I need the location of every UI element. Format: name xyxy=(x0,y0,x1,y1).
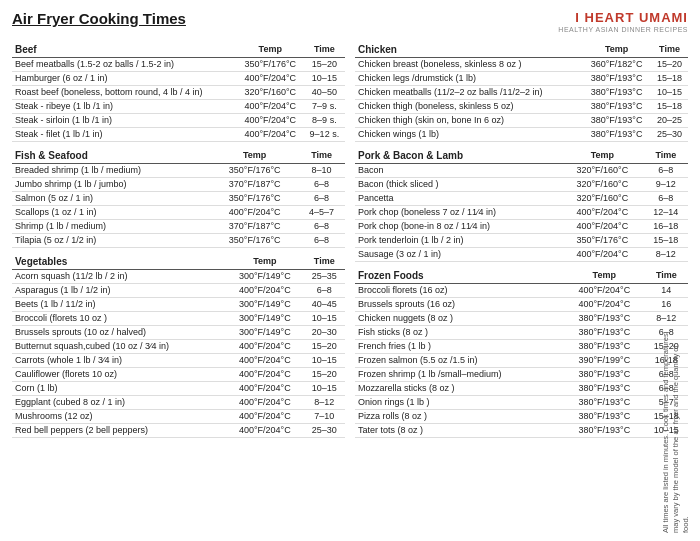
food-time: 15–20 xyxy=(303,367,345,381)
food-name: Brussels sprouts (16 oz) xyxy=(355,297,564,311)
food-name: Chicken thigh (boneless, skinless 5 oz) xyxy=(355,99,582,113)
food-temp: 320°F/160°C xyxy=(237,85,304,99)
food-time: 12–14 xyxy=(644,205,688,219)
food-temp: 400°F/204°C xyxy=(561,247,644,261)
food-name: Pork chop (boneless 7 oz / 11⁄4 in) xyxy=(355,205,561,219)
table-row: Fish sticks (8 oz )380°F/193°C6–8 xyxy=(355,325,688,339)
table-row: Butternut squash,cubed (10 oz / 3⁄4 in)4… xyxy=(12,339,345,353)
table-row: Cauliflower (florets 10 oz)400°F/204°C15… xyxy=(12,367,345,381)
veg-col-temp: Temp xyxy=(226,254,303,270)
table-row: Chicken thigh (boneless, skinless 5 oz)3… xyxy=(355,99,688,113)
food-name: Tilapia (5 oz / 1/2 in) xyxy=(12,233,211,247)
page: Air Fryer Cooking Times I HEART UMAMI HE… xyxy=(0,0,700,541)
table-row: Steak - filet (1 lb /1 in)400°F/204°C9–1… xyxy=(12,127,345,141)
food-name: Roast beef (boneless, bottom round, 4 lb… xyxy=(12,85,237,99)
food-temp: 400°F/204°C xyxy=(211,205,298,219)
table-row: Breaded shrimp (1 lb / medium)350°F/176°… xyxy=(12,163,345,177)
food-time: 7–10 xyxy=(303,409,345,423)
food-temp: 370°F/187°C xyxy=(211,219,298,233)
food-time: 9–12 s. xyxy=(304,127,345,141)
frozen-col-time: Time xyxy=(645,268,688,284)
food-temp: 320°F/160°C xyxy=(561,191,644,205)
food-temp: 360°F/182°C xyxy=(582,57,651,71)
food-temp: 400°F/204°C xyxy=(561,219,644,233)
table-row: Brussels sprouts (16 oz)400°F/204°C16 xyxy=(355,297,688,311)
table-row: Pork chop (bone-in 8 oz / 11⁄4 in)400°F/… xyxy=(355,219,688,233)
food-temp: 380°F/193°C xyxy=(582,127,651,141)
food-name: Brussels sprouts (10 oz / halved) xyxy=(12,325,226,339)
table-row: Tilapia (5 oz / 1/2 in)350°F/176°C6–8 xyxy=(12,233,345,247)
table-row: Chicken legs /drumstick (1 lb)380°F/193°… xyxy=(355,71,688,85)
food-temp: 380°F/193°C xyxy=(582,71,651,85)
food-temp: 320°F/160°C xyxy=(561,177,644,191)
food-temp: 400°F/204°C xyxy=(226,367,303,381)
pork-col-time: Time xyxy=(644,148,688,164)
chicken-col-name: Chicken xyxy=(355,42,582,58)
page-title: Air Fryer Cooking Times xyxy=(12,10,186,27)
beef-table: Beef Temp Time Beef meatballs (1.5-2 oz … xyxy=(12,42,345,142)
food-time: 6–8 xyxy=(298,219,345,233)
food-name: Beef meatballs (1.5-2 oz balls / 1.5-2 i… xyxy=(12,57,237,71)
food-temp: 350°F/176°C xyxy=(237,57,304,71)
fish-table: Fish & Seafood Temp Time Breaded shrimp … xyxy=(12,148,345,248)
table-row: Red bell peppers (2 bell peppers)400°F/2… xyxy=(12,423,345,437)
food-name: Broccoli florets (16 oz) xyxy=(355,283,564,297)
food-name: Butternut squash,cubed (10 oz / 3⁄4 in) xyxy=(12,339,226,353)
food-name: Mushrooms (12 oz) xyxy=(12,409,226,423)
table-row: Corn (1 lb)400°F/204°C10–15 xyxy=(12,381,345,395)
food-name: Eggplant (cubed 8 oz / 1 in) xyxy=(12,395,226,409)
food-temp: 350°F/176°C xyxy=(561,233,644,247)
logo-area: I HEART UMAMI HEALTHY ASIAN DINNER RECIP… xyxy=(558,10,688,34)
food-temp: 380°F/193°C xyxy=(564,367,645,381)
food-time: 25–30 xyxy=(303,423,345,437)
table-row: Salmon (5 oz / 1 in)350°F/176°C6–8 xyxy=(12,191,345,205)
food-name: Broccoli (florets 10 oz ) xyxy=(12,311,226,325)
food-name: Shrimp (1 lb / medium) xyxy=(12,219,211,233)
table-row: Pancetta320°F/160°C6–8 xyxy=(355,191,688,205)
table-row: Roast beef (boneless, bottom round, 4 lb… xyxy=(12,85,345,99)
food-temp: 400°F/204°C xyxy=(226,339,303,353)
table-row: Chicken nuggets (8 oz )380°F/193°C8–12 xyxy=(355,311,688,325)
food-temp: 300°F/149°C xyxy=(226,311,303,325)
beef-col-name: Beef xyxy=(12,42,237,58)
fish-col-temp: Temp xyxy=(211,148,298,164)
table-row: Chicken wings (1 lb)380°F/193°C25–30 xyxy=(355,127,688,141)
chicken-col-temp: Temp xyxy=(582,42,651,58)
food-temp: 400°F/204°C xyxy=(226,409,303,423)
table-row: Beets (1 lb / 11/2 in)300°F/149°C40–45 xyxy=(12,297,345,311)
food-name: Beets (1 lb / 11/2 in) xyxy=(12,297,226,311)
food-temp: 380°F/193°C xyxy=(564,409,645,423)
food-name: Cauliflower (florets 10 oz) xyxy=(12,367,226,381)
food-temp: 300°F/149°C xyxy=(226,297,303,311)
food-temp: 380°F/193°C xyxy=(582,85,651,99)
food-time: 10–15 xyxy=(651,85,688,99)
food-name: Steak - sirloin (1 lb /1 in) xyxy=(12,113,237,127)
beef-section: Beef Temp Time Beef meatballs (1.5-2 oz … xyxy=(12,42,345,142)
food-name: Pizza rolls (8 oz ) xyxy=(355,409,564,423)
food-time: 10–15 xyxy=(303,353,345,367)
food-temp: 380°F/193°C xyxy=(564,381,645,395)
table-row: Bacon320°F/160°C6–8 xyxy=(355,163,688,177)
food-temp: 300°F/149°C xyxy=(226,325,303,339)
table-row: Pizza rolls (8 oz )380°F/193°C15–18 xyxy=(355,409,688,423)
beef-col-time: Time xyxy=(304,42,345,58)
pork-col-name: Pork & Bacon & Lamb xyxy=(355,148,561,164)
food-time: 10–15 xyxy=(303,311,345,325)
food-name: Red bell peppers (2 bell peppers) xyxy=(12,423,226,437)
food-time: 10–15 xyxy=(303,381,345,395)
food-temp: 380°F/193°C xyxy=(582,113,651,127)
table-row: Bacon (thick sliced )320°F/160°C9–12 xyxy=(355,177,688,191)
food-temp: 400°F/204°C xyxy=(237,99,304,113)
right-column: Chicken Temp Time Chicken breast (bonele… xyxy=(355,42,688,444)
food-temp: 300°F/149°C xyxy=(226,269,303,283)
table-row: Onion rings (1 lb )380°F/193°C5–7 xyxy=(355,395,688,409)
table-row: Frozen salmon (5.5 oz /1.5 in)390°F/199°… xyxy=(355,353,688,367)
pork-col-temp: Temp xyxy=(561,148,644,164)
food-time: 8–9 s. xyxy=(304,113,345,127)
food-temp: 380°F/193°C xyxy=(564,325,645,339)
food-time: 25–30 xyxy=(651,127,688,141)
logo-subtitle: HEALTHY ASIAN DINNER RECIPES xyxy=(558,26,688,34)
food-name: Chicken breast (boneless, skinless 8 oz … xyxy=(355,57,582,71)
table-row: Steak - sirloin (1 lb /1 in)400°F/204°C8… xyxy=(12,113,345,127)
table-row: Sausage (3 oz / 1 in)400°F/204°C8–12 xyxy=(355,247,688,261)
